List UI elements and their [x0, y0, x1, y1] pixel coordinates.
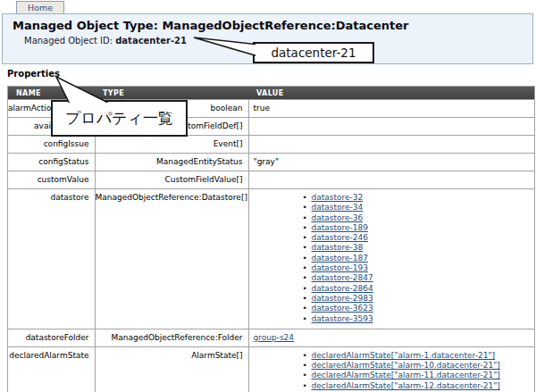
- value-link[interactable]: datastore-32: [312, 193, 364, 202]
- properties-label: Properties: [7, 69, 60, 79]
- list-item: datastore-2847: [303, 273, 535, 283]
- property-type: ManagedEntityStatus: [95, 154, 248, 171]
- table-header-row: NAME TYPE VALUE: [8, 87, 534, 100]
- title-label: Managed Object Type:: [13, 19, 158, 32]
- value-link[interactable]: datastore-187: [312, 254, 368, 263]
- value-link[interactable]: datastore-193: [312, 263, 368, 272]
- property-value: [248, 118, 534, 136]
- property-value: "gray": [248, 154, 534, 171]
- tab-home[interactable]: Home: [16, 1, 64, 13]
- list-item: declaredAlarmState["alarm-11.datacenter-…: [303, 371, 535, 380]
- object-id-label: Managed Object ID:: [24, 36, 113, 46]
- list-item: datastore-187: [303, 254, 535, 263]
- property-type: ManagedObjectReference:Datastore[]: [95, 189, 248, 329]
- mob-page: { "tab": { "label": "Home" }, "header": …: [0, 0, 536, 392]
- table-row: datastoreManagedObjectReference:Datastor…: [8, 189, 534, 329]
- table-row: configStatusManagedEntityStatus"gray": [8, 154, 534, 171]
- property-type: CustomFieldValue[]: [95, 171, 248, 189]
- properties-table-body: alarmActionsEnabledbooleantrueavailableF…: [8, 100, 534, 392]
- list-item: declaredAlarmState["alarm-10.datacenter-…: [303, 361, 535, 371]
- value-link[interactable]: datastore-2864: [312, 284, 373, 293]
- property-value: [248, 171, 534, 189]
- list-item: datastore-36: [303, 213, 535, 223]
- column-header-name: NAME: [8, 87, 95, 100]
- value-link[interactable]: datastore-34: [312, 203, 364, 212]
- property-name: declaredAlarmState: [8, 346, 95, 392]
- property-name: datastore: [8, 189, 95, 329]
- list-item: datastore-189: [303, 223, 535, 233]
- list-item: datastore-2864: [303, 284, 535, 294]
- property-value: declaredAlarmState["alarm-1.datacenter-2…: [248, 346, 534, 392]
- value-link[interactable]: datastore-189: [312, 223, 368, 232]
- column-header-value: VALUE: [248, 87, 534, 100]
- table-row: customValueCustomFieldValue[]: [8, 171, 534, 189]
- property-name: customValue: [8, 171, 95, 189]
- value-link[interactable]: declaredAlarmState["alarm-10.datacenter-…: [312, 361, 500, 370]
- object-id-line: Managed Object ID: datacenter-21: [24, 36, 187, 46]
- table-row: datastoreFolderManagedObjectReference:Fo…: [8, 329, 534, 346]
- property-name: datastoreFolder: [8, 329, 95, 346]
- value-link[interactable]: declaredAlarmState["alarm-1.datacenter-2…: [312, 351, 496, 360]
- property-value: true: [248, 100, 534, 118]
- column-header-type: TYPE: [95, 87, 248, 100]
- table-row: configIssueEvent[]: [8, 136, 534, 154]
- value-link[interactable]: datastore-3593: [312, 314, 373, 323]
- property-value: group-s24: [248, 329, 534, 346]
- value-link[interactable]: datastore-2847: [312, 273, 373, 282]
- page-title: Managed Object Type: ManagedObjectRefere…: [13, 19, 408, 32]
- property-value: [248, 136, 534, 154]
- value-link[interactable]: group-s24: [254, 333, 295, 342]
- list-item: datastore-193: [303, 263, 535, 273]
- list-item: datastore-2983: [303, 294, 535, 304]
- value-link[interactable]: datastore-3623: [312, 304, 373, 313]
- list-item: datastore-246: [303, 233, 535, 243]
- value-link[interactable]: datastore-246: [312, 233, 368, 242]
- list-item: declaredAlarmState["alarm-12.datacenter-…: [303, 381, 535, 391]
- list-item: datastore-32: [303, 193, 535, 203]
- property-name: configIssue: [8, 136, 95, 154]
- value-link[interactable]: datastore-38: [312, 243, 364, 252]
- list-item: datastore-3623: [303, 304, 535, 313]
- list-item: declaredAlarmState["alarm-1.datacenter-2…: [303, 351, 535, 361]
- annotation-callout-id: datacenter-21: [253, 42, 374, 63]
- property-type: AlarmState[]: [95, 346, 248, 392]
- property-type: ManagedObjectReference:Folder: [95, 329, 248, 346]
- property-name: configStatus: [8, 154, 95, 171]
- list-item: datastore-3593: [303, 314, 535, 324]
- property-value: datastore-32datastore-34datastore-36data…: [248, 189, 534, 329]
- value-link[interactable]: datastore-36: [312, 213, 364, 222]
- value-link[interactable]: declaredAlarmState["alarm-12.datacenter-…: [312, 381, 500, 390]
- value-link[interactable]: declaredAlarmState["alarm-11.datacenter-…: [312, 371, 500, 379]
- annotation-callout-properties: プロパティ一覧: [51, 100, 188, 137]
- title-value: ManagedObjectReference:Datacenter: [162, 19, 408, 32]
- list-item: datastore-34: [303, 203, 535, 213]
- list-item: datastore-38: [303, 243, 535, 253]
- value-link-list: datastore-32datastore-34datastore-36data…: [254, 193, 535, 324]
- value-link-list: declaredAlarmState["alarm-1.datacenter-2…: [254, 351, 535, 392]
- table-row: declaredAlarmStateAlarmState[]declaredAl…: [8, 346, 534, 392]
- property-type: Event[]: [95, 136, 248, 154]
- object-id-value: datacenter-21: [115, 36, 187, 46]
- value-link[interactable]: datastore-2983: [312, 294, 373, 303]
